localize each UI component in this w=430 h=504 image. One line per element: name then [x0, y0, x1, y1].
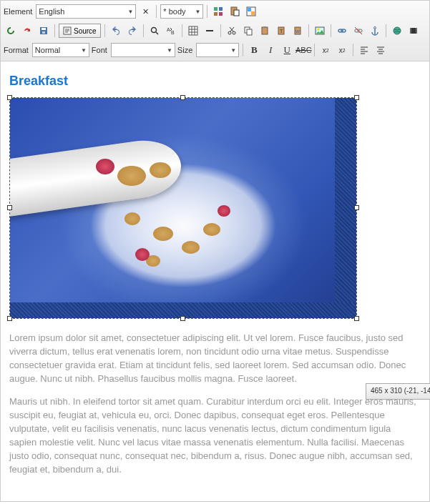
cereal [182, 241, 200, 254]
resize-handle-br[interactable] [354, 316, 359, 321]
image-placeholder [10, 98, 356, 318]
bold-icon[interactable]: B [247, 43, 261, 57]
paste-icon[interactable] [258, 24, 272, 38]
unlink-icon[interactable] [351, 24, 366, 38]
paste-text-icon[interactable]: T [274, 24, 288, 38]
resize-handle-bl[interactable] [7, 316, 12, 321]
globe-icon[interactable] [390, 24, 404, 38]
find-icon[interactable] [147, 24, 162, 38]
movie-icon[interactable] [406, 24, 421, 38]
cut-icon[interactable] [225, 24, 239, 38]
size-select[interactable]: ▼ [196, 43, 239, 57]
separator [54, 24, 55, 37]
font-label: Font [92, 46, 109, 54]
italic-icon[interactable]: I [263, 43, 278, 57]
svg-point-36 [317, 29, 319, 31]
redo-icon[interactable] [125, 24, 140, 38]
clear-language-button[interactable]: ✕ [138, 4, 152, 19]
selected-image[interactable] [9, 97, 357, 319]
grid-icon[interactable] [211, 4, 225, 19]
svg-rect-1 [219, 7, 223, 11]
link-icon[interactable] [335, 24, 349, 38]
resize-handle-ml[interactable] [7, 205, 12, 210]
separator [104, 24, 105, 37]
anchor-icon[interactable] [368, 24, 382, 38]
svg-text:W: W [295, 29, 300, 34]
resize-hatch-right [335, 98, 356, 318]
resize-tooltip: 465 x 310 (-21, -14) [366, 383, 430, 400]
content-area[interactable]: Breakfast 465 x 310 (-21, -14) Lorem ips… [1, 61, 429, 501]
page-heading: Breakfast [9, 71, 421, 90]
hr-icon[interactable] [202, 24, 217, 38]
align-left-icon[interactable] [357, 43, 371, 57]
separator [308, 24, 309, 37]
resize-handle-tc[interactable] [180, 95, 185, 100]
strike-icon[interactable]: ABC [296, 43, 311, 57]
language-select[interactable]: English▼ [36, 4, 136, 19]
cereal [124, 212, 140, 225]
table-icon[interactable] [186, 24, 200, 38]
svg-point-13 [151, 28, 156, 33]
separator [353, 44, 353, 56]
svg-rect-3 [219, 12, 223, 16]
source-button[interactable]: Source [59, 24, 101, 38]
separator [386, 24, 386, 37]
svg-rect-5 [234, 10, 239, 16]
berry [135, 248, 150, 261]
paragraph-1: Lorem ipsum dolor sit amet, consectetuer… [9, 332, 421, 385]
resize-handle-bc[interactable] [180, 316, 185, 321]
svg-point-44 [394, 27, 401, 34]
paragraph-2: Mauris ut nibh. In eleifend tortor sit a… [9, 395, 421, 476]
replace-icon[interactable]: AB [164, 24, 178, 38]
paste-word-icon[interactable]: W [290, 24, 305, 38]
berry [218, 205, 230, 217]
format-select[interactable]: Normal▼ [32, 43, 89, 57]
svg-rect-30 [263, 26, 266, 28]
separator [182, 24, 182, 37]
undo-icon[interactable] [109, 24, 123, 38]
separator [207, 5, 207, 18]
resize-handle-tr[interactable] [354, 95, 359, 100]
separator [314, 44, 315, 56]
subscript-icon[interactable]: x2 [318, 43, 333, 57]
font-select[interactable]: ▼ [111, 43, 175, 57]
svg-text:B: B [171, 30, 175, 35]
colors-icon[interactable] [244, 4, 258, 19]
refresh-alt-icon[interactable] [20, 24, 34, 38]
svg-rect-17 [189, 26, 197, 35]
superscript-icon[interactable]: x2 [335, 43, 349, 57]
separator [143, 24, 144, 37]
cereal [153, 227, 173, 241]
format-label: Format [4, 46, 30, 54]
svg-rect-47 [416, 28, 417, 34]
toolbar: Element English▼ ✕ * body▼ Source AB T W… [1, 1, 429, 61]
svg-point-23 [228, 31, 231, 34]
size-label: Size [177, 46, 194, 54]
separator [331, 24, 331, 37]
svg-rect-28 [247, 29, 252, 35]
svg-line-14 [156, 32, 158, 34]
body-select[interactable]: * body▼ [160, 4, 203, 19]
underline-icon[interactable]: U [280, 43, 294, 57]
svg-point-38 [341, 29, 346, 32]
svg-rect-10 [41, 28, 46, 30]
svg-rect-46 [410, 28, 411, 34]
save-icon[interactable] [36, 24, 51, 38]
image-icon[interactable] [313, 24, 327, 38]
svg-line-41 [355, 27, 362, 34]
resize-handle-tl[interactable] [7, 95, 12, 100]
svg-text:A: A [167, 27, 170, 32]
svg-point-24 [233, 31, 235, 34]
refresh-icon[interactable] [4, 24, 18, 38]
copy-icon[interactable] [241, 24, 255, 38]
berry [96, 159, 114, 174]
cereal [117, 166, 146, 186]
svg-rect-0 [214, 7, 218, 11]
resize-handle-mr[interactable] [354, 205, 359, 210]
separator [220, 24, 221, 37]
element-label: Element [4, 7, 34, 16]
svg-rect-2 [214, 12, 218, 16]
paste-special-icon[interactable] [228, 4, 242, 19]
cereal [203, 223, 220, 236]
align-center-icon[interactable] [373, 43, 388, 57]
